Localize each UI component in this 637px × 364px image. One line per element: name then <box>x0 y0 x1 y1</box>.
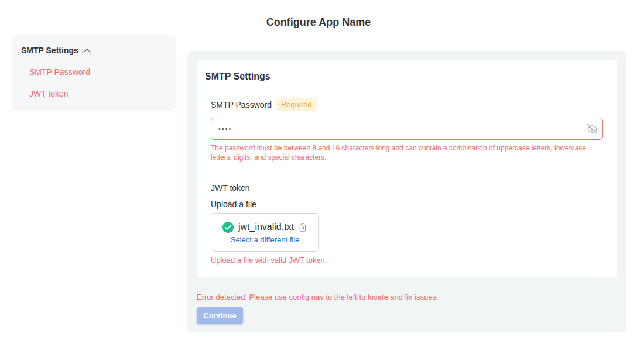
upload-file-label: Upload a file <box>211 200 603 209</box>
uploaded-file-name: jwt_invalid.txt <box>238 222 294 232</box>
file-upload-box: jwt_invalid.txt Select a different file <box>211 213 319 252</box>
config-panel: SMTP Settings SMTP Password Required The <box>187 51 626 332</box>
password-validation-message: The password must be between 8 and 16 ch… <box>211 143 602 162</box>
required-badge: Required <box>276 98 317 111</box>
chevron-up-icon <box>83 48 91 53</box>
smtp-settings-card: SMTP Settings SMTP Password Required The <box>197 60 617 277</box>
check-circle-icon <box>222 221 234 233</box>
select-different-file-link[interactable]: Select a different file <box>231 235 300 244</box>
config-nav-sidebar: SMTP Settings SMTP Password JWT token <box>12 35 176 111</box>
sidebar-item-jwt-token[interactable]: JWT token <box>29 89 166 98</box>
eye-off-icon[interactable] <box>587 123 597 134</box>
sidebar-section-smtp-settings[interactable]: SMTP Settings <box>21 46 166 55</box>
continue-button[interactable]: Continue <box>197 307 243 324</box>
sidebar-section-label: SMTP Settings <box>21 46 78 55</box>
form-error-message: Error detected. Please use config nav to… <box>197 293 617 301</box>
smtp-password-label: SMTP Password <box>211 100 272 109</box>
jwt-token-label: JWT token <box>211 183 603 193</box>
sidebar-item-smtp-password[interactable]: SMTP Password <box>29 67 166 77</box>
page-title: Configure App Name <box>0 16 637 29</box>
card-title: SMTP Settings <box>205 71 603 82</box>
jwt-validation-message: Upload a file with valid JWT token. <box>211 256 603 265</box>
trash-icon[interactable] <box>298 222 308 232</box>
smtp-password-input[interactable] <box>211 118 603 140</box>
